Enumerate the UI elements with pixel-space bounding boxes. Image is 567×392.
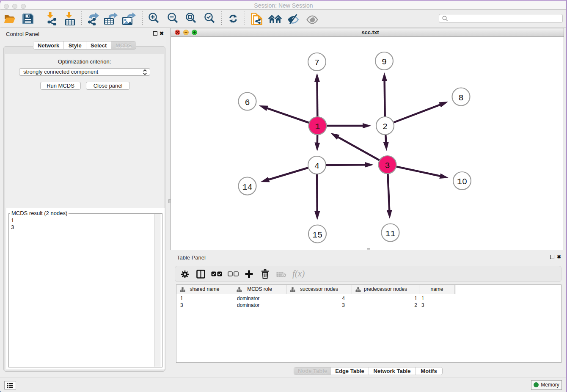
- svg-text:8: 8: [458, 93, 463, 103]
- svg-text:11: 11: [385, 229, 395, 239]
- svg-text:3: 3: [385, 161, 390, 171]
- svg-text:2: 2: [383, 122, 388, 132]
- svg-text:6: 6: [245, 98, 250, 108]
- svg-text:15: 15: [312, 230, 322, 240]
- svg-text:9: 9: [382, 57, 387, 67]
- svg-text:14: 14: [242, 182, 252, 192]
- svg-text:10: 10: [457, 177, 467, 187]
- svg-text:1: 1: [315, 122, 320, 132]
- svg-text:4: 4: [314, 161, 319, 171]
- svg-text:7: 7: [314, 58, 319, 68]
